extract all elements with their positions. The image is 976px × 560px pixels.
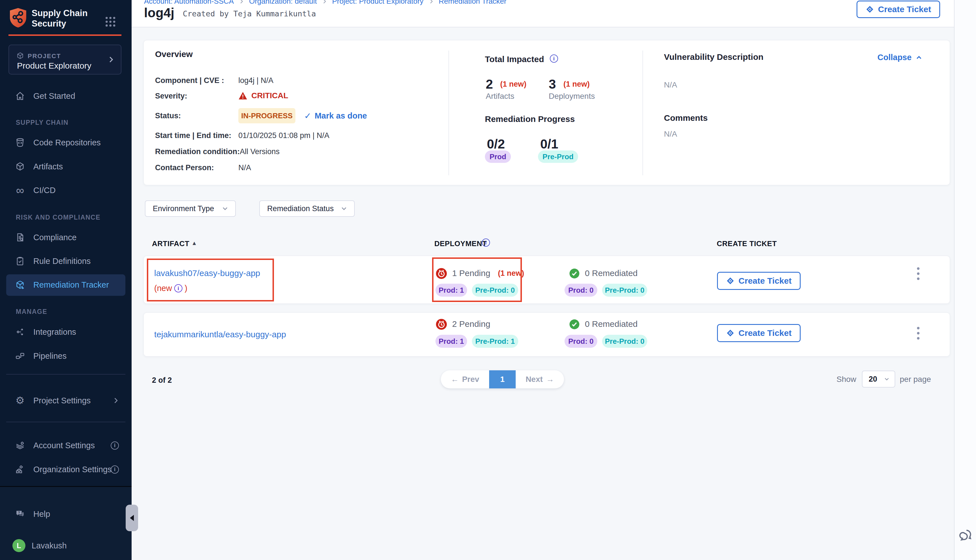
status-badge: IN-PROGRESS <box>239 108 295 123</box>
pipelines-icon <box>15 350 25 361</box>
project-name: Product Exploratory <box>17 61 91 70</box>
breadcrumb-remediation-tracker[interactable]: Remediation Tracker <box>439 0 507 6</box>
info-icon[interactable] <box>111 442 119 450</box>
deployments-count: 3 <box>549 77 556 92</box>
preprod-pill: Pre-Prod <box>538 150 578 163</box>
pagination-control: Prev 1 Next <box>441 370 564 388</box>
ticket-diamond-icon <box>726 277 734 285</box>
sidebar-item-organization-settings[interactable]: Organization Settings <box>0 460 132 478</box>
create-ticket-button-row[interactable]: Create Ticket <box>717 272 801 290</box>
per-page-label: per page <box>900 375 931 384</box>
sidebar-item-integrations[interactable]: Integrations <box>0 323 132 341</box>
sidebar-item-compliance[interactable]: Compliance <box>0 228 132 247</box>
create-ticket-button-row[interactable]: Create Ticket <box>717 324 801 342</box>
sidebar-item-help[interactable]: ? Help <box>0 505 132 523</box>
chevron-down-icon <box>883 376 890 382</box>
column-header-artifact[interactable]: ARTIFACT <box>152 239 190 248</box>
artifact-link[interactable]: lavakush07/easy-buggy-app <box>154 268 260 278</box>
remediation-status-filter[interactable]: Remediation Status <box>259 200 355 217</box>
sidebar-item-rule-definitions[interactable]: Rule Definitions <box>0 252 132 270</box>
breadcrumb-project[interactable]: Project: Product Exploratory <box>332 0 424 6</box>
sidebar-item-get-started[interactable]: Get Started <box>0 87 132 105</box>
sidebar-item-pipelines[interactable]: Pipelines <box>0 347 132 365</box>
org-hierarchy-gear-icon <box>15 464 25 475</box>
mark-as-done-label: Mark as done <box>315 111 367 120</box>
sidebar-divider <box>6 422 125 422</box>
section-risk-and-compliance: RISK AND COMPLIANCE <box>16 214 100 221</box>
pagination-next-button[interactable]: Next <box>516 370 564 388</box>
pending-prod-pill: Prod: 1 <box>435 335 467 348</box>
page-size-show-label: Show <box>836 375 856 384</box>
vulnerability-description-value: N/A <box>664 80 677 90</box>
info-icon[interactable] <box>482 238 490 247</box>
pending-clock-icon <box>435 318 447 330</box>
module-grid-icon[interactable] <box>104 15 117 28</box>
environment-type-filter[interactable]: Environment Type <box>145 200 236 217</box>
sidebar-item-artifacts[interactable]: Artifacts <box>0 158 132 175</box>
pending-new-count: (1 new) <box>498 269 524 278</box>
time-label: Start time | End time: <box>155 131 231 140</box>
gear-icon: ⚙ <box>15 395 25 406</box>
comments-heading: Comments <box>664 113 708 123</box>
support-chat-icon[interactable] <box>958 527 974 543</box>
clipboard-check-icon <box>15 256 25 267</box>
row-menu-kebab-icon[interactable] <box>913 325 924 341</box>
info-icon[interactable] <box>111 465 119 473</box>
pending-prod-pill: Prod: 1 <box>435 284 467 297</box>
user-name: Lavakush <box>32 541 67 550</box>
sort-ascending-icon[interactable]: ▲ <box>192 240 197 247</box>
table-row: lavakush07/easy-buggy-app (new ) 1 Pendi… <box>143 256 950 304</box>
sidebar-item-remediation-tracker[interactable]: Remediation Tracker <box>0 276 132 294</box>
created-by: Created by Teja Kummarikuntla <box>183 9 316 18</box>
sidebar-item-project-settings[interactable]: ⚙ Project Settings <box>0 392 132 410</box>
sidebar-item-label: Compliance <box>33 233 77 242</box>
create-ticket-button-top[interactable]: Create Ticket <box>856 0 940 18</box>
table-row: tejakummarikuntla/easy-buggy-app 2 Pendi… <box>143 312 950 357</box>
breadcrumb-account[interactable]: Account: Automation-SSCA <box>144 0 234 6</box>
pending-count: 2 Pending <box>452 319 490 329</box>
condition-value: All Versions <box>240 147 280 156</box>
pending-preprod-pill: Pre-Prod: 1 <box>472 335 518 348</box>
product-title: Supply Chain Security <box>32 8 88 29</box>
user-menu[interactable]: L Lavakush <box>0 537 132 555</box>
info-icon[interactable] <box>174 284 182 292</box>
sidebar-item-cicd[interactable]: ∞ CI/CD <box>0 181 132 199</box>
pagination-prev-button[interactable]: Prev <box>441 370 489 388</box>
preprod-progress-value: 0/1 <box>540 136 558 152</box>
sidebar-item-label: Rule Definitions <box>33 257 91 266</box>
project-selector[interactable]: PROJECT Product Exploratory <box>8 45 122 75</box>
page-size-select[interactable]: 20 <box>862 371 895 388</box>
chevron-up-icon <box>915 53 923 62</box>
remediated-prod-pill: Prod: 0 <box>564 284 597 297</box>
sidebar-collapse-handle[interactable] <box>126 505 138 531</box>
code-repository-icon <box>15 137 25 148</box>
row-menu-kebab-icon[interactable] <box>913 266 924 282</box>
sidebar-item-label: Pipelines <box>33 352 67 361</box>
condition-label: Remediation condition: <box>155 147 240 156</box>
critical-warning-icon <box>239 92 247 100</box>
breadcrumb-organization[interactable]: Organization: default <box>249 0 317 6</box>
sidebar-item-code-repositories[interactable]: Code Repositories <box>0 133 132 152</box>
mark-as-done-link[interactable]: Mark as done <box>304 111 367 121</box>
breadcrumb: Account: Automation-SSCA Organization: d… <box>144 0 506 6</box>
remediated-check-icon <box>569 268 580 279</box>
column-header-create-ticket: CREATE TICKET <box>717 239 777 248</box>
sidebar-item-account-settings[interactable]: Account Settings <box>0 437 132 455</box>
chevron-right-icon <box>107 55 115 64</box>
remediation-progress-heading: Remediation Progress <box>485 114 575 124</box>
collapse-link[interactable]: Collapse <box>878 53 923 62</box>
overview-card: Overview Component | CVE : log4j | N/A S… <box>143 40 950 185</box>
supply-chain-security-logo-icon <box>8 7 28 28</box>
create-ticket-label: Create Ticket <box>739 328 792 338</box>
sidebar-item-label: Project Settings <box>33 396 91 405</box>
sidebar-item-label: Remediation Tracker <box>33 280 109 290</box>
pagination-page-1[interactable]: 1 <box>489 370 516 388</box>
breadcrumb-separator-icon <box>239 0 245 5</box>
sidebar-item-label: Integrations <box>33 327 76 337</box>
ticket-diamond-icon <box>726 329 734 337</box>
artifact-link[interactable]: tejakummarikuntla/easy-buggy-app <box>154 330 286 339</box>
sidebar-item-label: Artifacts <box>33 162 63 171</box>
component-cve-label: Component | CVE : <box>155 76 224 85</box>
info-icon[interactable] <box>550 55 558 63</box>
deployments-new-count: (1 new) <box>564 80 590 88</box>
